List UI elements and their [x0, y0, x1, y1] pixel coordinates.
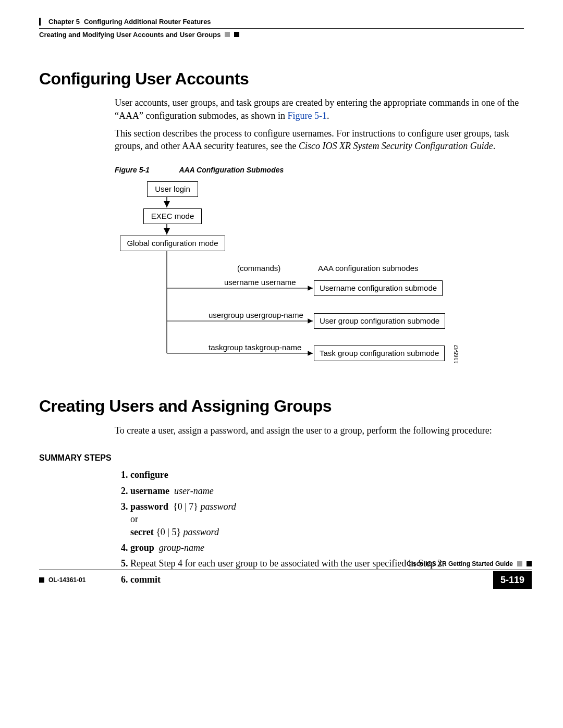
cmd-taskgroup: taskgroup taskgroup-name — [209, 343, 301, 352]
box-global-config: Global configuration mode — [120, 236, 225, 251]
cmd-username: username username — [224, 278, 296, 287]
page-footer: Cisco IOS XR Getting Started Guide OL-14… — [39, 560, 532, 588]
step1-kw: configure — [130, 470, 168, 480]
step3b-kw: secret — [130, 527, 154, 537]
step-1: configure — [130, 468, 532, 481]
step-3: password {0 | 7} password or secret {0 |… — [130, 500, 532, 538]
box-taskgroup-submode: Task group configuration submode — [314, 346, 445, 361]
page: Chapter 5 Configuring Additional Router … — [0, 0, 563, 610]
page-header: Chapter 5 Configuring Additional Router … — [39, 16, 532, 39]
footer-chip-icon — [517, 561, 522, 566]
box-exec-mode: EXEC mode — [143, 208, 202, 224]
header-chip-icon — [234, 32, 239, 37]
step2-arg: user-name — [174, 486, 214, 496]
para-intro-1: User accounts, user groups, and task gro… — [115, 96, 532, 122]
figure-caption: Figure 5-1 AAA Configuration Submodes — [115, 165, 532, 175]
step3a-arg: password — [200, 501, 236, 512]
footer-chip-icon — [39, 577, 44, 583]
header-chip-icon — [225, 32, 230, 37]
para1-text-b: . — [327, 110, 329, 121]
figure-number: Figure 5-1 — [115, 165, 177, 175]
footer-chip-icon — [527, 561, 532, 566]
heading-configuring-user-accounts: Configuring User Accounts — [39, 68, 532, 90]
step-4: group group-name — [130, 541, 532, 554]
header-left-rule — [39, 18, 46, 26]
box-usergroup-submode: User group configuration submode — [314, 313, 445, 329]
header-section-right: Creating and Modifying User Accounts and… — [39, 30, 221, 40]
step4-arg: group-name — [159, 542, 204, 553]
figure-title: AAA Configuration Submodes — [179, 166, 284, 174]
step2-kw: username — [130, 486, 169, 496]
body-block-1: User accounts, user groups, and task gro… — [115, 96, 532, 379]
step3a-opt: {0 | 7} — [173, 501, 198, 512]
step4-kw: group — [130, 542, 154, 553]
label-commands: (commands) — [237, 264, 280, 273]
header-rule — [39, 28, 524, 29]
footer-guide-title: Cisco IOS XR Getting Started Guide — [407, 560, 513, 568]
page-number: 5-119 — [493, 571, 532, 589]
label-aaa-submodes: AAA configuration submodes — [318, 264, 419, 273]
step3a-kw: password — [130, 501, 168, 512]
footer-doc-id: OL-14361-01 — [48, 576, 85, 584]
figure-image-id: 116542 — [452, 345, 460, 364]
heading-creating-users: Creating Users and Assigning Groups — [39, 395, 532, 417]
step3b-arg: password — [183, 527, 219, 537]
step3-or: or — [130, 514, 138, 524]
body-block-2: To create a user, assign a password, and… — [115, 424, 532, 437]
para-intro-2: This section describes the process to co… — [115, 127, 532, 153]
figure-diagram: User login EXEC mode Global configuratio… — [115, 181, 532, 379]
figure-link[interactable]: Figure 5-1 — [287, 110, 327, 121]
cmd-usergroup: usergroup usergroup-name — [209, 311, 303, 320]
chapter-title: Configuring Additional Router Features — [84, 17, 211, 27]
guide-title-italic: Cisco IOS XR System Security Configurati… — [299, 141, 493, 151]
footer-rule — [39, 570, 532, 570]
para-procedure-intro: To create a user, assign a password, and… — [115, 424, 532, 437]
chapter-number: Chapter 5 — [48, 17, 80, 27]
summary-steps-heading: SUMMARY STEPS — [39, 452, 532, 464]
step3b-opt: {0 | 5} — [156, 527, 181, 537]
step-2: username user-name — [130, 485, 532, 497]
para2-text-b: . — [493, 141, 496, 151]
box-user-login: User login — [147, 181, 198, 197]
box-username-submode: Username configuration submode — [314, 280, 443, 296]
